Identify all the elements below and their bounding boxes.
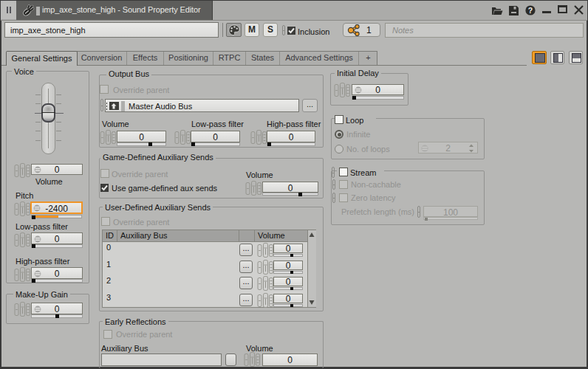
svg-text:?: ? <box>528 6 533 15</box>
